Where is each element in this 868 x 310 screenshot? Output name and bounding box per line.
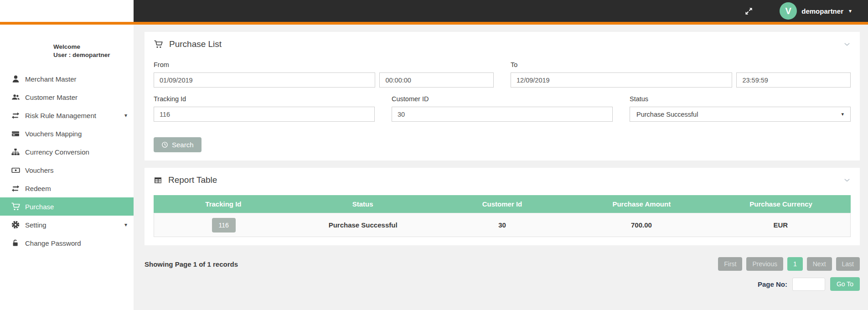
- collapse-chevron-icon[interactable]: [843, 41, 851, 48]
- sidebar-item-label: Setting: [25, 221, 46, 229]
- status-selected-value: Purchase Successful: [636, 111, 698, 118]
- panel-title: Purchase List: [169, 39, 222, 49]
- sidebar-item-label: Currency Conversion: [25, 148, 89, 156]
- sidebar-item-merchant-master[interactable]: Merchant Master: [0, 70, 134, 88]
- page-no-input[interactable]: [792, 278, 825, 291]
- sidebar-item-label: Purchase: [25, 203, 54, 211]
- table-header-row: Tracking Id Status Customer Id Purchase …: [154, 195, 851, 213]
- sidebar-item-currency-conversion[interactable]: Currency Conversion: [0, 143, 134, 161]
- welcome-block: Welcome User : demopartner: [53, 43, 134, 59]
- exchange-icon: [10, 111, 21, 120]
- user-name: demopartner: [801, 7, 843, 15]
- user-menu[interactable]: V demopartner ▾: [780, 2, 852, 20]
- sidebar-item-label: Merchant Master: [25, 75, 77, 83]
- purchase-list-panel: Purchase List From To: [145, 32, 860, 160]
- sidebar-item-redeem[interactable]: Redeem: [0, 179, 134, 197]
- sidebar-item-label: Vouchers: [25, 166, 54, 174]
- collapse-chevron-icon[interactable]: [843, 176, 851, 184]
- sidebar-item-label: Change Password: [25, 239, 81, 247]
- column-header: Tracking Id: [154, 200, 293, 208]
- credit-card-icon: [10, 129, 21, 138]
- to-label: To: [511, 61, 851, 68]
- status-cell: Purchase Successful: [293, 221, 432, 229]
- sidebar-item-setting[interactable]: Setting ▾: [0, 216, 134, 234]
- purchase-currency-cell: EUR: [711, 221, 850, 229]
- table-icon: [154, 176, 162, 185]
- sidebar-nav: Merchant Master Customer Master Risk Rul…: [0, 70, 134, 252]
- search-form: From To: [154, 61, 851, 152]
- report-table: Tracking Id Status Customer Id Purchase …: [154, 195, 851, 237]
- customer-id-label: Customer ID: [392, 95, 613, 103]
- to-time-input[interactable]: [736, 72, 851, 88]
- topbar: V demopartner ▾: [0, 0, 868, 22]
- from-time-input[interactable]: [379, 72, 494, 88]
- sitemap-icon: [10, 148, 21, 156]
- search-button[interactable]: Search: [154, 137, 202, 152]
- pagination: First Previous 1 Next Last: [718, 257, 860, 271]
- showing-records-text: Showing Page 1 of 1 records: [145, 260, 238, 268]
- page-no-label: Page No:: [758, 280, 787, 288]
- user-icon: [10, 75, 21, 83]
- customer-id-input[interactable]: [392, 107, 613, 122]
- customer-id-cell: 30: [433, 221, 572, 229]
- last-page-button[interactable]: Last: [836, 257, 860, 271]
- sidebar-item-change-password[interactable]: Change Password: [0, 234, 134, 252]
- goto-button[interactable]: Go To: [830, 277, 860, 291]
- sidebar-item-customer-master[interactable]: Customer Master: [0, 88, 134, 106]
- sidebar-item-label: Vouchers Mapping: [25, 130, 82, 138]
- chevron-down-icon: ▾: [841, 111, 844, 117]
- report-table-header: Report Table: [154, 175, 851, 185]
- chevron-down-icon: ▾: [849, 8, 852, 14]
- column-header: Status: [293, 200, 433, 208]
- logo-area: [0, 0, 134, 22]
- from-date-input[interactable]: [154, 72, 375, 88]
- next-page-button[interactable]: Next: [807, 257, 832, 271]
- table-footer: Showing Page 1 of 1 records First Previo…: [145, 257, 860, 271]
- previous-page-button[interactable]: Previous: [746, 257, 783, 271]
- users-icon: [10, 93, 21, 102]
- column-header: Customer Id: [433, 200, 572, 208]
- tracking-id-label: Tracking Id: [154, 95, 375, 103]
- purchase-amount-cell: 700.00: [572, 221, 711, 229]
- gear-icon: [10, 220, 21, 229]
- chevron-down-icon: ▾: [124, 112, 127, 119]
- goto-page-row: Page No: Go To: [145, 277, 860, 291]
- exchange-icon: [10, 184, 21, 193]
- sidebar-item-label: Customer Master: [25, 93, 78, 101]
- search-button-label: Search: [172, 141, 194, 149]
- sidebar: Welcome User : demopartner Merchant Mast…: [0, 25, 134, 310]
- report-table-panel: Report Table Tracking Id Status Customer…: [145, 168, 860, 245]
- tracking-id-input[interactable]: [154, 107, 375, 122]
- sidebar-item-vouchers[interactable]: Vouchers: [0, 161, 134, 179]
- cart-icon: [10, 202, 21, 211]
- table-row: 116 Purchase Successful 30 700.00 EUR: [154, 213, 851, 237]
- first-page-button[interactable]: First: [718, 257, 742, 271]
- lock-icon: [10, 238, 21, 248]
- current-page-button[interactable]: 1: [787, 257, 803, 271]
- tracking-id-cell: 116: [154, 218, 293, 232]
- tracking-id-chip[interactable]: 116: [212, 218, 236, 232]
- money-bill-icon: [10, 166, 21, 175]
- purchase-list-header: Purchase List: [154, 39, 851, 49]
- cart-icon: [154, 40, 163, 49]
- sidebar-item-vouchers-mapping[interactable]: Vouchers Mapping: [0, 124, 134, 143]
- from-label: From: [154, 61, 494, 68]
- avatar: V: [780, 2, 797, 20]
- chevron-down-icon: ▾: [124, 222, 127, 228]
- sidebar-item-purchase[interactable]: Purchase: [0, 197, 134, 216]
- status-label: Status: [630, 95, 851, 103]
- sidebar-item-label: Redeem: [25, 185, 51, 192]
- column-header: Purchase Amount: [572, 200, 711, 208]
- clock-icon: [161, 141, 168, 148]
- topbar-right: V demopartner ▾: [134, 0, 868, 22]
- welcome-text: Welcome: [53, 43, 134, 51]
- welcome-user: User : demopartner: [53, 51, 134, 59]
- main-content: Purchase List From To: [134, 25, 868, 310]
- to-date-input[interactable]: [511, 72, 732, 88]
- status-select[interactable]: Purchase Successful ▾: [630, 107, 851, 122]
- expand-icon[interactable]: [742, 6, 756, 16]
- sidebar-item-label: Risk Rule Management: [25, 112, 96, 119]
- panel-title: Report Table: [168, 175, 217, 185]
- column-header: Purchase Currency: [711, 200, 851, 208]
- sidebar-item-risk-rule-management[interactable]: Risk Rule Management ▾: [0, 106, 134, 124]
